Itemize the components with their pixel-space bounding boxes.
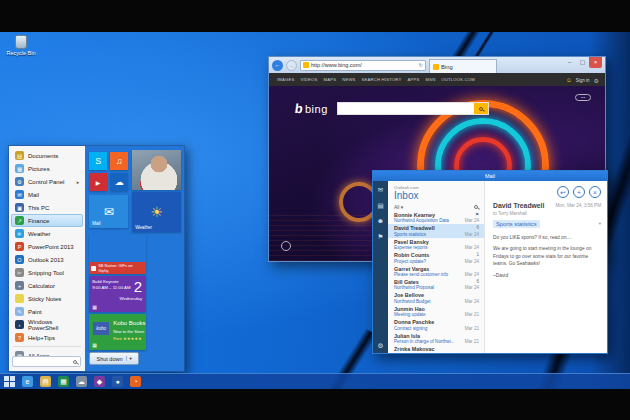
tile-calendar[interactable]: Build Keynote 9:00 AM – 11:00 AM 2 Wedne… xyxy=(89,276,146,312)
tile-kobo[interactable]: kobo Kobo Books New to the Store Free ★★… xyxy=(89,314,146,350)
bing-nav-item[interactable]: IMAGES xyxy=(277,77,295,82)
bing-search-bar[interactable] xyxy=(337,102,489,115)
tab-title: Bing xyxy=(441,64,453,70)
reading-date: Mon, Mar 24, 3:56 PM xyxy=(556,203,601,208)
bing-nav-item[interactable]: SEARCH HISTORY xyxy=(362,77,402,82)
tile-photos[interactable] xyxy=(132,150,181,190)
chevron-down-icon[interactable]: ▾ xyxy=(599,221,601,226)
image-options-pill[interactable]: ••• xyxy=(575,94,591,101)
app-icon: + xyxy=(15,281,24,290)
message-row[interactable]: Zrinka Makovac xyxy=(388,345,484,353)
app-icon: P xyxy=(15,242,24,251)
image-info-circle[interactable] xyxy=(281,241,291,251)
taskbar-icon[interactable]: ◔ xyxy=(130,376,141,387)
forward-button[interactable]: → xyxy=(286,60,297,71)
start-menu-item[interactable]: ⚙ Control Panel ▸ xyxy=(11,175,83,188)
rail-icon[interactable]: ▤ xyxy=(377,203,383,210)
taskbar-icon[interactable]: ▦ xyxy=(58,376,69,387)
tile-music[interactable]: ♫ xyxy=(110,152,128,170)
maximize-button[interactable]: ▢ xyxy=(576,57,589,68)
reading-subject[interactable]: Sports statistics xyxy=(493,220,540,228)
start-menu-item[interactable]: ▤ Documents xyxy=(11,149,83,162)
settings-icon[interactable]: ⚙ xyxy=(378,343,384,350)
message-row[interactable]: Junmin Hao Meeting updateMar 21 xyxy=(388,305,484,318)
message-subject: Northwind Budget xyxy=(394,299,431,305)
start-menu-item[interactable]: ☀ Weather xyxy=(11,227,83,240)
url-input[interactable] xyxy=(311,62,417,68)
search-icon[interactable] xyxy=(474,205,478,209)
bing-search-input[interactable] xyxy=(338,103,474,114)
message-row[interactable]: David Treadwell6 Sports statisticsMar 24 xyxy=(388,224,484,237)
message-row[interactable]: Donna Paschke Contract signingMar 21 xyxy=(388,318,484,331)
feedback-smiley-icon[interactable]: ☺ xyxy=(566,77,572,83)
sign-in-link[interactable]: Sign in xyxy=(576,78,590,83)
message-subject: Northwind Acquisition Data xyxy=(394,218,449,224)
minimize-button[interactable]: – xyxy=(563,57,576,68)
bing-nav-item[interactable]: VIDEOS xyxy=(301,77,318,82)
tile-skype[interactable]: S xyxy=(89,152,107,170)
start-menu-item[interactable]: Sticky Notes xyxy=(11,292,83,305)
start-menu-item[interactable]: ▦ Pictures xyxy=(11,162,83,175)
start-menu-item[interactable]: ? Help+Tips xyxy=(11,331,83,344)
kobo-title: Kobo Books xyxy=(113,320,145,326)
tile-onedrive[interactable]: ☁ xyxy=(110,173,128,191)
bing-search-button[interactable] xyxy=(474,103,488,114)
tile-weather[interactable]: ☀ Weather xyxy=(132,192,181,232)
taskbar-icon[interactable]: e xyxy=(22,376,33,387)
taskbar-icon[interactable]: ◆ xyxy=(94,376,105,387)
start-menu-item[interactable]: ✉ Mail xyxy=(11,188,83,201)
body-signature: ~David xyxy=(493,272,597,279)
message-row[interactable]: Bonnie Kearney⚑ Northwind Acquisition Da… xyxy=(388,211,484,224)
message-subject: Contract signing xyxy=(394,326,427,332)
start-menu-item[interactable]: O Outlook 2013 xyxy=(11,253,83,266)
message-row[interactable]: Julian Isla Person in charge of Northwi.… xyxy=(388,332,484,345)
action-button[interactable]: ↩ xyxy=(557,186,569,198)
browser-tab-bing[interactable]: Bing xyxy=(429,59,497,73)
action-button[interactable]: × xyxy=(589,186,601,198)
start-menu-item[interactable]: + Calculator xyxy=(11,279,83,292)
start-menu-item[interactable]: ↗ Finance xyxy=(11,214,83,227)
tile-news[interactable]: SB Nation: GIFs on Giphy xyxy=(89,234,146,274)
shut-down-label: Shut down xyxy=(97,356,123,362)
taskbar-icon[interactable]: ● xyxy=(112,376,123,387)
tile-mail[interactable]: ✉ Mail xyxy=(89,195,128,228)
mail-nav-rail: ✉▤☻⚑ ⚙ xyxy=(373,181,388,353)
app-icon: ▦ xyxy=(15,164,24,173)
back-button[interactable]: ← xyxy=(272,60,283,71)
message-row[interactable]: Joe Bellove Northwind BudgetMar 24 xyxy=(388,291,484,304)
settings-gear-icon[interactable]: ⚙ xyxy=(594,77,599,84)
start-menu-item[interactable]: ✎ Paint xyxy=(11,305,83,318)
message-row[interactable]: Pavel Bansky Expense reportsMar 24 xyxy=(388,238,484,251)
address-bar[interactable]: ↻ xyxy=(300,60,426,71)
start-menu-item[interactable]: › Windows PowerShell xyxy=(11,318,83,331)
action-button[interactable]: + xyxy=(573,186,585,198)
bing-nav-item[interactable]: MSN xyxy=(425,77,435,82)
tab-favicon xyxy=(433,64,439,70)
start-search-box[interactable] xyxy=(12,356,81,367)
start-menu-item[interactable]: ✂ Snipping Tool xyxy=(11,266,83,279)
bing-nav-item[interactable]: NEWS xyxy=(342,77,355,82)
bing-nav-item[interactable]: MAPS xyxy=(324,77,337,82)
taskbar-icon[interactable]: ☁ xyxy=(76,376,87,387)
start-menu-item[interactable]: P PowerPoint 2013 xyxy=(11,240,83,253)
refresh-icon[interactable]: ↻ xyxy=(419,62,423,68)
start-button[interactable] xyxy=(4,376,15,387)
rail-icon[interactable]: ☻ xyxy=(377,218,384,225)
message-row[interactable]: Bill Gates6 Northwind ProposalMar 24 xyxy=(388,278,484,291)
shut-down-button[interactable]: Shut down ▾ xyxy=(89,352,139,365)
start-menu-item[interactable]: ▣ This PC xyxy=(11,201,83,214)
rail-icon[interactable]: ⚑ xyxy=(378,234,384,241)
body-line-1: Do you LIKE sports? If so, read on.... xyxy=(493,234,597,241)
start-menu: ▤ Documents ▦ Pictures ⚙ Control Panel ▸ xyxy=(8,145,185,372)
message-row[interactable]: Robin Counts1 Project update?Mar 24 xyxy=(388,251,484,264)
filter-dropdown[interactable]: All ▾ xyxy=(394,205,403,210)
recycle-bin[interactable]: Recycle Bin xyxy=(4,35,38,56)
rail-icon[interactable]: ✉ xyxy=(378,187,383,194)
app-label: Calculator xyxy=(28,283,55,289)
close-button[interactable]: × xyxy=(589,57,602,68)
bing-nav-item[interactable]: APPS xyxy=(407,77,419,82)
message-row[interactable]: Garret Vargas Please send customer infoM… xyxy=(388,265,484,278)
bing-nav-item[interactable]: OUTLOOK.COM xyxy=(441,77,475,82)
tile-video[interactable]: ▶ xyxy=(89,173,107,191)
taskbar-icon[interactable]: ▤ xyxy=(40,376,51,387)
